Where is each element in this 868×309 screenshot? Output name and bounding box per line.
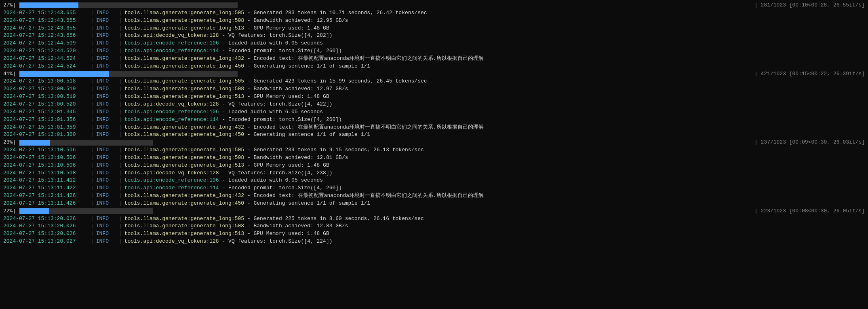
progress-bar-fill-0	[19, 2, 78, 8]
log-message: tools.api:decode_vq_tokens:128 - VQ feat…	[124, 32, 865, 40]
log-message: tools.api:decode_vq_tokens:128 - VQ feat…	[124, 169, 865, 177]
log-level: INFO	[96, 25, 116, 32]
log-level: INFO	[96, 32, 116, 40]
log-message: tools.llama.generate:generate_long:508 -…	[124, 85, 865, 93]
log-timestamp: 2024-07-27 15:13:11.426	[3, 200, 88, 207]
progress-pct-1: 41%|	[3, 70, 19, 78]
log-timestamp: 2024-07-27 15:12:44.520	[3, 47, 88, 55]
log-line: 2024-07-27 15:13:10.506 | INFO | tools.l…	[0, 154, 868, 162]
log-line: 2024-07-27 15:12:43.655 | INFO | tools.l…	[0, 9, 868, 17]
log-message: tools.api:decode_vq_tokens:128 - VQ feat…	[124, 238, 865, 246]
log-level: INFO	[96, 55, 116, 63]
log-timestamp: 2024-07-27 15:12:43.655	[3, 9, 88, 17]
log-timestamp: 2024-07-27 15:13:10.506	[3, 162, 88, 169]
log-message: tools.llama.generate:generate_long:508 -…	[124, 17, 865, 25]
log-line: 2024-07-27 15:12:43.655 | INFO | tools.l…	[0, 17, 868, 25]
log-level: INFO	[96, 17, 116, 25]
log-line: 2024-07-27 15:13:00.520 | INFO | tools.a…	[0, 101, 868, 108]
log-level: INFO	[96, 108, 116, 116]
log-timestamp: 2024-07-27 15:13:00.520	[3, 101, 88, 108]
log-message: tools.api:encode_reference:114 - Encoded…	[124, 184, 865, 192]
progress-pct-3: 22%|	[3, 207, 19, 215]
log-timestamp: 2024-07-27 15:13:01.345	[3, 108, 88, 116]
log-line: 2024-07-27 15:13:11.426 | INFO | tools.l…	[0, 192, 868, 200]
log-level: INFO	[96, 146, 116, 154]
log-level: INFO	[96, 85, 116, 93]
log-message: tools.llama.generate:generate_long:450 -…	[124, 200, 865, 207]
log-level: INFO	[96, 124, 116, 131]
log-message: tools.llama.generate:generate_long:508 -…	[124, 222, 865, 230]
log-timestamp: 2024-07-27 15:13:11.426	[3, 192, 88, 200]
log-message: tools.llama.generate:generate_long:505 -…	[124, 78, 865, 85]
log-line: 2024-07-27 15:13:01.356 | INFO | tools.a…	[0, 116, 868, 124]
log-level: INFO	[96, 177, 116, 184]
log-message: tools.api:encode_reference:106 - Loaded …	[124, 108, 865, 116]
log-line: 2024-07-27 15:12:43.655 | INFO | tools.l…	[0, 25, 868, 32]
log-timestamp: 2024-07-27 15:12:43.655	[3, 17, 88, 25]
progress-right-3: | 223/1023 [00:08<00:30, 26.05it/s]	[754, 207, 865, 215]
log-line: 2024-07-27 15:13:00.519 | INFO | tools.l…	[0, 85, 868, 93]
log-level: INFO	[96, 215, 116, 223]
log-line: 2024-07-27 15:13:20.026 | INFO | tools.l…	[0, 215, 868, 223]
log-line: 2024-07-27 15:13:20.026 | INFO | tools.l…	[0, 222, 868, 230]
log-level: INFO	[96, 154, 116, 162]
log-line: 2024-07-27 15:12:43.656 | INFO | tools.a…	[0, 32, 868, 40]
log-timestamp: 2024-07-27 15:13:00.519	[3, 93, 88, 101]
log-line: 2024-07-27 15:13:01.360 | INFO | tools.l…	[0, 131, 868, 139]
log-timestamp: 2024-07-27 15:13:20.026	[3, 230, 88, 238]
log-level: INFO	[96, 169, 116, 177]
log-timestamp: 2024-07-27 15:13:01.356	[3, 116, 88, 124]
log-line: 2024-07-27 15:13:11.412 | INFO | tools.a…	[0, 177, 868, 184]
log-timestamp: 2024-07-27 15:13:20.027	[3, 238, 88, 246]
log-timestamp: 2024-07-27 15:12:44.524	[3, 63, 88, 70]
log-line: 2024-07-27 15:13:10.508 | INFO | tools.a…	[0, 169, 868, 177]
log-message: tools.llama.generate:generate_long:508 -…	[124, 154, 865, 162]
progress-bar-fill-2	[19, 140, 50, 146]
log-message: tools.api:encode_reference:114 - Encoded…	[124, 116, 865, 124]
log-line: 2024-07-27 15:12:44.524 | INFO | tools.l…	[0, 55, 868, 63]
log-line: 2024-07-27 15:13:01.345 | INFO | tools.a…	[0, 108, 868, 116]
log-line: 2024-07-27 15:13:20.026 | INFO | tools.l…	[0, 230, 868, 238]
progress-right-2: | 237/1023 [00:09<00:30, 26.03it/s]	[754, 139, 865, 146]
log-timestamp: 2024-07-27 15:13:00.519	[3, 85, 88, 93]
log-level: INFO	[96, 116, 116, 124]
progress-bar-row-2: 23%| | 237/1023 [00:09<00:30, 26.03it/s]	[0, 139, 868, 146]
log-timestamp: 2024-07-27 15:12:44.524	[3, 55, 88, 63]
log-timestamp: 2024-07-27 15:12:43.656	[3, 32, 88, 40]
log-level: INFO	[96, 9, 116, 17]
progress-bar-row-1: 41%| | 421/1023 [00:15<00:22, 26.39it/s]	[0, 70, 868, 78]
log-line: 2024-07-27 15:13:00.519 | INFO | tools.l…	[0, 93, 868, 101]
progress-bar-0	[19, 2, 238, 8]
log-line: 2024-07-27 15:12:44.520 | INFO | tools.a…	[0, 47, 868, 55]
log-message: tools.llama.generate:generate_long:450 -…	[124, 63, 865, 70]
log-level: INFO	[96, 230, 116, 238]
log-line: 2024-07-27 15:13:11.422 | INFO | tools.a…	[0, 184, 868, 192]
log-message: tools.api:encode_reference:114 - Encoded…	[124, 47, 865, 55]
log-timestamp: 2024-07-27 15:13:20.026	[3, 215, 88, 223]
log-message: tools.llama.generate:generate_long:513 -…	[124, 93, 865, 101]
log-level: INFO	[96, 93, 116, 101]
log-message: tools.llama.generate:generate_long:432 -…	[124, 192, 865, 200]
log-message: tools.llama.generate:generate_long:513 -…	[124, 230, 865, 238]
progress-bar-fill-3	[19, 208, 49, 214]
progress-bar-3	[19, 208, 153, 214]
log-message: tools.llama.generate:generate_long:505 -…	[124, 215, 865, 223]
log-level: INFO	[96, 222, 116, 230]
log-level: INFO	[96, 200, 116, 207]
progress-right-1: | 421/1023 [00:15<00:22, 26.39it/s]	[754, 70, 865, 78]
log-timestamp: 2024-07-27 15:13:10.508	[3, 169, 88, 177]
log-level: INFO	[96, 101, 116, 108]
log-line: 2024-07-27 15:12:44.509 | INFO | tools.a…	[0, 40, 868, 47]
log-timestamp: 2024-07-27 15:13:11.412	[3, 177, 88, 184]
log-timestamp: 2024-07-27 15:12:43.655	[3, 25, 88, 32]
progress-bar-row-0: 27%| | 281/1023 [00:10<00:28, 26.55it/s]	[0, 2, 868, 9]
log-timestamp: 2024-07-27 15:13:00.518	[3, 78, 88, 85]
log-message: tools.llama.generate:generate_long:432 -…	[124, 55, 865, 63]
progress-right-0: | 281/1023 [00:10<00:28, 26.55it/s]	[754, 2, 865, 9]
log-level: INFO	[96, 78, 116, 85]
progress-bar-1	[19, 71, 238, 77]
log-line: 2024-07-27 15:13:20.027 | INFO | tools.a…	[0, 238, 868, 246]
progress-pct-0: 27%|	[3, 2, 19, 9]
log-timestamp: 2024-07-27 15:13:11.422	[3, 184, 88, 192]
log-timestamp: 2024-07-27 15:12:44.509	[3, 40, 88, 47]
